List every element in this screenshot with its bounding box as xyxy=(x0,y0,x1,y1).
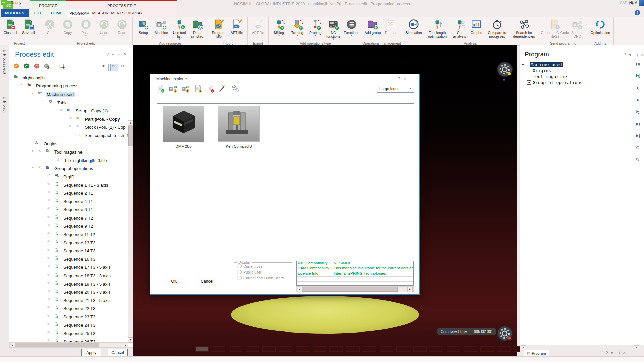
list-medium-icon[interactable] xyxy=(110,64,118,71)
apply-button[interactable]: Apply xyxy=(81,349,101,357)
checkbox-icon[interactable] xyxy=(47,174,53,180)
close-icon[interactable]: ✕ xyxy=(623,351,626,355)
close-icon[interactable]: ✕ xyxy=(123,52,127,57)
skip-start-icon[interactable] xyxy=(635,62,643,70)
status-gray-gear-icon[interactable]: C xyxy=(44,63,52,72)
tree-item-stock-pos-2-cop[interactable]: Stock (Pos. (2) - Cop xyxy=(9,123,128,132)
tree-item-sequence-16-t3[interactable]: Sequence 16 T3 xyxy=(9,255,128,263)
tree-item-tool-magazine[interactable]: Tool magazine xyxy=(9,148,128,156)
scroll-left-icon[interactable]: ◄ xyxy=(297,287,302,292)
program-tree-item-machine-used[interactable]: ➜Machine used xyxy=(522,61,583,67)
tree-item-group-of-operations[interactable]: Group of operations xyxy=(9,165,128,173)
close-icon[interactable]: ✕ xyxy=(641,53,644,57)
eye-icon[interactable] xyxy=(38,166,44,172)
ribbon-button-probing[interactable]: Probing▼ xyxy=(306,18,324,37)
scroll-down-icon[interactable]: ▼ xyxy=(128,337,133,343)
eye-icon[interactable] xyxy=(47,198,53,204)
ribbon-button-save-all[interactable]: Save all xyxy=(19,18,38,35)
tree-item-sequence-11-t2[interactable]: Sequence 11 T2 xyxy=(9,230,128,239)
tree-item-sequence-6-t1[interactable]: Sequence 6 T1 xyxy=(9,206,128,214)
frame-gear-icon[interactable] xyxy=(59,63,67,72)
ribbon-button-nc-functions[interactable]: NC functions▼ xyxy=(324,18,342,40)
eye-icon[interactable] xyxy=(47,240,53,246)
dropdown-icon[interactable] xyxy=(54,63,57,72)
side-tab-project[interactable]: 🗀 Project xyxy=(1,96,9,122)
table-horizontal-scrollbar[interactable]: ◄ ► xyxy=(296,286,413,292)
ribbon-button-tool-length-optimization[interactable]: Tool length optimization xyxy=(424,18,450,38)
eye-icon[interactable] xyxy=(47,339,53,342)
machine-item-ken-compactb[interactable]: Ken CompactB xyxy=(218,106,260,148)
program-tree-item-tool-magazine[interactable]: Tool magazine xyxy=(522,73,583,79)
ribbon-button-optimisation[interactable]: Optimisation xyxy=(589,18,612,35)
tree-item-lib-nightkingjlh-0-tlib[interactable]: Lib_nightkingjlh_0.tlib xyxy=(9,156,128,165)
tree-item-origins[interactable]: Origins xyxy=(9,140,128,148)
ribbon-button-compare-to-processes[interactable]: Compare to processes▼ xyxy=(484,18,510,40)
chevron-down-icon[interactable]: ▾ xyxy=(112,52,114,57)
eye-icon[interactable] xyxy=(47,190,53,196)
pin-icon[interactable]: ⊤ xyxy=(615,351,620,355)
eye-icon[interactable] xyxy=(47,207,53,213)
side-tab-process-edit[interactable]: 🗀 Process edit xyxy=(1,49,9,85)
tree-item-table[interactable]: Table xyxy=(9,99,128,107)
tree-item-machine-used[interactable]: Machine used xyxy=(9,90,128,99)
ribbon-button-datas-synchro[interactable]: Datas synchro. xyxy=(189,18,207,38)
status-orange-icon[interactable]: C xyxy=(13,63,21,72)
view-settings-chevron-icon[interactable]: ▽ xyxy=(503,79,505,82)
help-icon[interactable]: ? xyxy=(606,351,608,355)
ribbon-button-graphs[interactable]: Graphs xyxy=(469,18,484,35)
program-tree-item-group-of-operations[interactable]: +Group of operations xyxy=(522,79,583,85)
view-mode-select[interactable]: Large Icons ▼ xyxy=(377,85,414,93)
tree-item-setup-copy-1[interactable]: Setup - Copy (1) xyxy=(9,107,128,115)
tree-item-sequence-23-t3[interactable]: Sequence 23 T3 xyxy=(9,313,128,321)
simulation-settings-gear-icon[interactable] xyxy=(496,325,513,342)
eye-icon[interactable] xyxy=(47,273,53,279)
ribbon-button-cut-analysis[interactable]: Cut analysis xyxy=(450,18,469,38)
ribbon-button-add-group[interactable]: Add group xyxy=(364,18,382,35)
skip-end-icon[interactable] xyxy=(635,122,643,130)
tree-item-sequence-13-t3[interactable]: Sequence 13 T3 xyxy=(9,239,128,247)
eye-icon[interactable] xyxy=(47,264,53,270)
tree-item-sequence-14-t3[interactable]: Sequence 14 T3 xyxy=(9,247,128,255)
forward-filter-icon[interactable] xyxy=(635,110,643,118)
ribbon-button-machine[interactable]: Machine xyxy=(152,18,170,35)
scroll-left-icon[interactable]: ◄ xyxy=(521,345,526,351)
tab-program[interactable]: ▤ Program xyxy=(524,350,549,356)
skip-end-marker-icon[interactable] xyxy=(635,134,643,141)
add-document-icon[interactable] xyxy=(156,84,165,94)
ribbon-button-simulation[interactable]: Simulation xyxy=(403,18,424,35)
help-icon[interactable]: ? xyxy=(398,76,400,81)
eye-icon[interactable] xyxy=(47,232,53,238)
ribbon-button-close-all[interactable]: Close all xyxy=(1,18,19,35)
list-large-icon[interactable] xyxy=(101,64,109,71)
eye-icon[interactable] xyxy=(47,182,53,188)
ribbon-button-milling[interactable]: Milling▼ xyxy=(270,18,288,37)
scroll-right-icon[interactable]: ► xyxy=(407,287,413,292)
ribbon-button-apt-file[interactable]: APTAPT file xyxy=(228,18,246,35)
scrollbar-thumb[interactable] xyxy=(15,343,99,347)
eye-icon[interactable] xyxy=(47,256,53,262)
eye-off-icon[interactable] xyxy=(59,108,65,114)
tree-item-sequence-19-t3-5-axis[interactable]: Sequence 19 T3 - 5 axis xyxy=(9,280,128,288)
tree-item-sequence-20-t3-3-axis[interactable]: Sequence 20 T3 - 3 axis xyxy=(9,288,128,296)
tree-item-sequence-9-t2[interactable]: Sequence 9 T2 xyxy=(9,222,128,231)
tree-item-sequence-24-t3[interactable]: Sequence 24 T3 xyxy=(9,321,128,329)
tree-item-sequence-25-t3[interactable]: Sequence 25 T3 xyxy=(9,329,128,338)
caret-icon[interactable] xyxy=(30,149,36,155)
tab-modules[interactable]: MODULES xyxy=(1,9,29,17)
tree-item-sequence-4-t1[interactable]: Sequence 4 T1 xyxy=(9,197,128,206)
settings-icon[interactable] xyxy=(231,84,239,94)
machine-list[interactable]: DMF 260Ken CompactB xyxy=(157,103,414,262)
tree-item-part-pos-copy[interactable]: Part (Pos. - Copy xyxy=(9,115,128,123)
pin-icon[interactable]: ⊤ xyxy=(634,53,638,57)
wizard-icon[interactable] xyxy=(218,84,227,94)
ok-button[interactable]: OK xyxy=(162,278,186,285)
scroll-up-icon[interactable]: ▲ xyxy=(128,120,133,126)
help-icon[interactable]: ? xyxy=(635,10,640,15)
reset-icon[interactable] xyxy=(635,145,643,153)
ribbon-button-setup[interactable]: Setup xyxy=(134,18,152,35)
tree-item-sequence-18-t3-3-axis[interactable]: Sequence 18 T3 - 3 axis xyxy=(9,272,128,280)
document-properties-icon[interactable] xyxy=(194,84,202,94)
caret-icon[interactable] xyxy=(30,166,36,172)
tree-item-programming-process[interactable]: Programming process xyxy=(9,82,128,90)
status-green-icon[interactable]: C xyxy=(23,63,32,72)
